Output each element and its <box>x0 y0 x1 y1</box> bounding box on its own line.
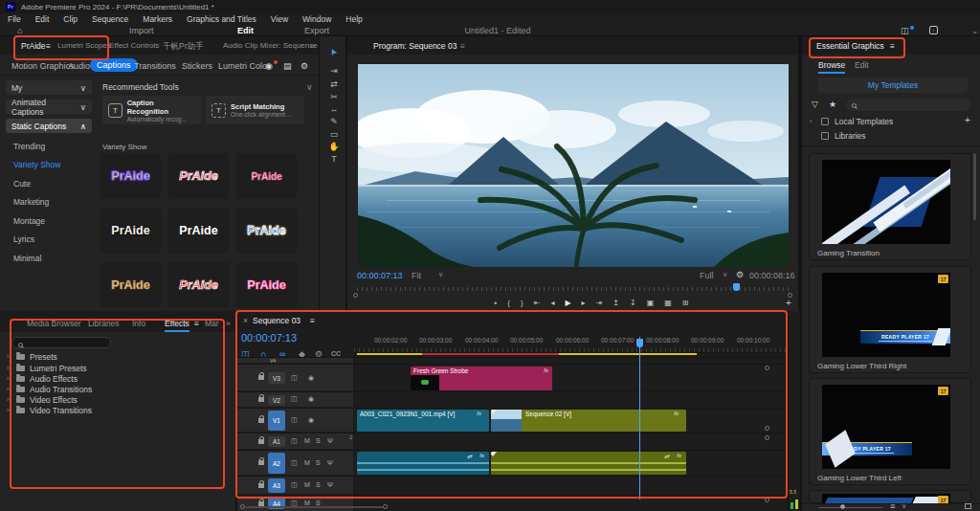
mute-track-button[interactable]: M <box>304 481 310 488</box>
sidebar-item-marketing[interactable]: Marketing <box>13 197 49 207</box>
tab-overflow-icon[interactable]: » <box>310 41 315 51</box>
source-patch-icon[interactable]: ◫ <box>291 437 298 445</box>
mute-track-button[interactable]: M <box>304 500 310 506</box>
lock-icon[interactable] <box>258 439 264 444</box>
track-v2[interactable]: V2 ◫ ◉ <box>237 391 787 407</box>
folder-lumetri-presets[interactable]: ›Lumetri Presets <box>0 364 235 374</box>
template-search-input[interactable] <box>846 99 970 111</box>
voiceover-mic-icon[interactable]: Ψ <box>327 481 333 488</box>
lock-icon[interactable] <box>258 483 264 488</box>
close-tab-icon[interactable]: × <box>243 316 248 325</box>
tab-media-browser[interactable]: Media Browser <box>27 319 81 328</box>
menu-file[interactable]: File <box>8 14 21 24</box>
cat-captions[interactable]: Captions <box>90 58 138 72</box>
tab-edit[interactable]: Edit <box>237 26 254 35</box>
account-icon[interactable]: ◉ <box>265 61 273 71</box>
tab-info[interactable]: Info <box>132 319 145 328</box>
thumbnail-size-slider[interactable] <box>819 507 882 508</box>
template-card-gaming-lower-third-right[interactable]: READY PLAYER 17 17 Gaming Lower Third Ri… <box>809 266 971 373</box>
scrub-handle-left[interactable] <box>353 293 358 298</box>
clip-fresh-green-strobe[interactable]: Fresh Green Strobe fx <box>411 367 552 390</box>
menu-sequence[interactable]: Sequence <box>92 14 128 24</box>
add-button-plus[interactable]: + <box>786 298 791 308</box>
libraries-checkbox[interactable] <box>821 132 829 140</box>
track-v3[interactable]: V3 ◫ ◉ Fresh Green Strobe fx <box>237 364 787 390</box>
solo-track-button[interactable]: S <box>316 459 321 466</box>
hscroll-handle[interactable] <box>383 504 388 509</box>
tool-script-matching[interactable]: T Script Matching One-click alignment ..… <box>206 96 304 124</box>
hand-tool-icon[interactable]: ✋ <box>327 142 341 153</box>
solo-track-button[interactable]: S <box>316 481 321 488</box>
source-patch-icon[interactable]: ◫ <box>291 481 298 489</box>
favorites-star-icon[interactable]: ★ <box>829 100 836 109</box>
sidebar-item-trending[interactable]: Trending <box>13 142 45 151</box>
cat-stickers[interactable]: Stickers <box>182 61 212 71</box>
extract-button[interactable]: ↧ <box>630 299 636 307</box>
sidebar-item-minimal[interactable]: Minimal <box>13 254 41 263</box>
track-chip-a1[interactable]: A1 <box>268 436 285 447</box>
timeline-playhead-head[interactable] <box>636 339 643 347</box>
folder-video-effects[interactable]: ›Video Effects <box>0 395 235 406</box>
play-button[interactable]: ▶ <box>565 299 570 307</box>
caption-style-card[interactable]: PrAide <box>168 208 229 254</box>
source-patch-icon[interactable]: ◫ <box>291 374 298 382</box>
timeline-ruler[interactable]: 00:00:02:00 00:00:03:00 00:00:04:00 00:0… <box>354 337 787 353</box>
tab-lumetri-scopes[interactable]: Lumetri Scopes <box>57 41 111 50</box>
menu-help[interactable]: Help <box>345 14 362 24</box>
collapse-chevron-icon[interactable]: ∨ <box>306 82 313 92</box>
track-chip-v1[interactable]: V1 <box>268 411 285 431</box>
sidebar-item-montage[interactable]: Montage <box>13 216 45 226</box>
tab-essential-graphics[interactable]: Essential Graphics <box>816 41 884 51</box>
playback-resolution-select[interactable]: Full <box>700 271 714 280</box>
toggle-track-output-eye-icon[interactable]: ◉ <box>308 416 314 424</box>
captions-cc-icon[interactable]: CC <box>331 350 341 357</box>
caption-style-card[interactable]: PrAide <box>236 262 297 308</box>
caption-style-card[interactable]: PrAide <box>100 208 161 254</box>
track-chip-a2[interactable]: A2 <box>268 453 285 474</box>
folder-audio-transitions[interactable]: ›Audio Transitions <box>0 385 235 395</box>
lock-icon[interactable] <box>258 375 264 380</box>
template-card-gaming-transition[interactable]: Gaming Transition <box>809 153 971 260</box>
program-panel-menu-icon[interactable]: ≡ <box>460 41 465 51</box>
timeline-timecode[interactable]: 00:00:07:13 <box>241 332 297 344</box>
cat-lumetri-color[interactable]: Lumetri Color <box>218 61 270 71</box>
fullscreen-icon[interactable]: ⌄ <box>971 26 979 35</box>
button-editor-icon[interactable]: ⊞ <box>682 299 689 307</box>
sort-menu-icon[interactable]: ≡ <box>890 501 895 511</box>
track-a3[interactable]: A3 ◫ M S Ψ <box>237 476 787 494</box>
step-forward-button[interactable]: ▸ <box>582 299 586 307</box>
mute-track-button[interactable]: M <box>304 437 310 444</box>
menu-window[interactable]: Window <box>302 14 331 24</box>
program-playhead-marker[interactable] <box>733 283 740 291</box>
new-template-icon[interactable] <box>965 503 971 509</box>
comparison-view-button[interactable]: ▦ <box>664 299 672 307</box>
go-to-out-button[interactable]: ⇥ <box>596 299 603 307</box>
tab-export[interactable]: Export <box>304 26 329 35</box>
toggle-track-output-eye-icon[interactable]: ◉ <box>308 374 314 382</box>
tab-sequence-03[interactable]: Sequence 03 <box>253 316 301 325</box>
go-to-in-button[interactable]: ⇤ <box>534 299 541 307</box>
clip-a003-audio[interactable]: ⇄ fx <box>357 452 489 475</box>
clip-a003-video[interactable]: A003_C021_0923N1_001.mp4 [V] fx <box>357 410 489 432</box>
menu-edit[interactable]: Edit <box>35 14 50 24</box>
lift-button[interactable]: ↥ <box>612 299 619 307</box>
clip-sequence-02-audio[interactable]: ⇄ fx <box>491 452 686 475</box>
effects-panel-menu-icon[interactable]: ≡ <box>194 319 199 328</box>
tab-effect-controls[interactable]: Effect Controls <box>109 41 159 50</box>
tree-libraries[interactable]: Libraries <box>835 131 866 141</box>
home-icon[interactable]: ⌂ <box>17 26 22 35</box>
cat-motion-graphics[interactable]: Motion Graphics <box>11 61 75 71</box>
mute-track-button[interactable]: M <box>304 459 310 466</box>
dropdown-static-captions[interactable]: Static Captions ∧ <box>6 119 92 133</box>
folder-presets[interactable]: ›Presets <box>0 352 235 363</box>
timeline-panel-menu-icon[interactable]: ≡ <box>310 316 315 325</box>
tree-expand-chevron[interactable]: › <box>810 118 812 124</box>
track-a4-partial[interactable]: A4 ◫ M S <box>237 495 787 511</box>
tab-pr-assistant[interactable]: 千帆Pr助手 <box>163 41 204 53</box>
program-scrub-bar[interactable] <box>357 287 790 291</box>
program-current-timecode[interactable]: 00:00:07:13 <box>357 271 403 280</box>
track-chip-v3[interactable]: V3 <box>268 372 285 384</box>
workspace-switcher-icon[interactable]: ◫ <box>901 26 909 35</box>
export-frame-button[interactable]: ▣ <box>647 299 655 307</box>
voiceover-mic-icon[interactable]: Ψ <box>327 437 333 444</box>
